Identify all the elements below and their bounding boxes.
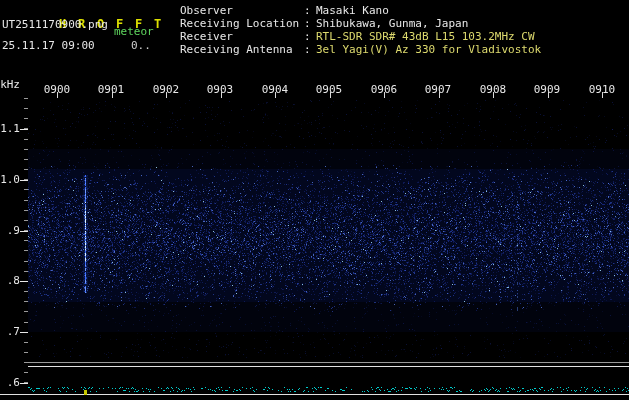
app-title-letter: T	[154, 18, 173, 31]
time-label: 0905	[314, 84, 344, 96]
freq-label: .8	[0, 275, 20, 287]
echo-status: 0..	[131, 40, 151, 52]
spectrogram-canvas	[0, 0, 629, 400]
time-label: 0907	[423, 84, 453, 96]
separator: :	[304, 30, 316, 43]
time-label: 0901	[96, 84, 126, 96]
separator: :	[304, 43, 316, 56]
time-label: 0900	[42, 84, 72, 96]
location-value: Shibukawa, Gunma, Japan	[316, 17, 468, 30]
freq-unit-label: kHz	[0, 79, 20, 91]
time-label: 0903	[205, 84, 235, 96]
observer-label: Observer	[180, 4, 304, 17]
freq-label: .7	[0, 326, 20, 338]
freq-label: .9	[0, 225, 20, 237]
observer-value: Masaki Kano	[316, 4, 389, 17]
receiver-value: RTL-SDR SDR# 43dB L15 103.2MHz CW	[316, 30, 535, 43]
time-label: 0908	[478, 84, 508, 96]
receiver-row: Receiver:RTL-SDR SDR# 43dB L15 103.2MHz …	[180, 30, 541, 43]
freq-label: 1.1	[0, 123, 20, 135]
output-filename: UT2511170900.png	[2, 19, 108, 31]
observer-row: Observer:Masaki Kano	[180, 4, 541, 17]
antenna-label: Receiving Antenna	[180, 43, 304, 56]
time-label: 0909	[532, 84, 562, 96]
time-label: 0904	[260, 84, 290, 96]
time-label: 0910	[587, 84, 617, 96]
mode-label: meteor	[114, 26, 154, 38]
station-info: Observer:Masaki Kano Receiving Location:…	[180, 4, 541, 56]
antenna-row: Receiving Antenna:3el Yagi(V) Az 330 for…	[180, 43, 541, 56]
separator: :	[304, 17, 316, 30]
observation-datetime: 25.11.17 09:00	[2, 40, 95, 52]
receiver-label: Receiver	[180, 30, 304, 43]
time-label: 0906	[369, 84, 399, 96]
location-row: Receiving Location:Shibukawa, Gunma, Jap…	[180, 17, 541, 30]
location-label: Receiving Location	[180, 17, 304, 30]
separator: :	[304, 4, 316, 17]
hrofft-window: HROFFT UT2511170900.png meteor 25.11.17 …	[0, 0, 629, 400]
time-label: 0902	[151, 84, 181, 96]
antenna-value: 3el Yagi(V) Az 330 for Vladivostok	[316, 43, 541, 56]
freq-label: .6	[0, 377, 20, 389]
freq-label: 1.0	[0, 174, 20, 186]
